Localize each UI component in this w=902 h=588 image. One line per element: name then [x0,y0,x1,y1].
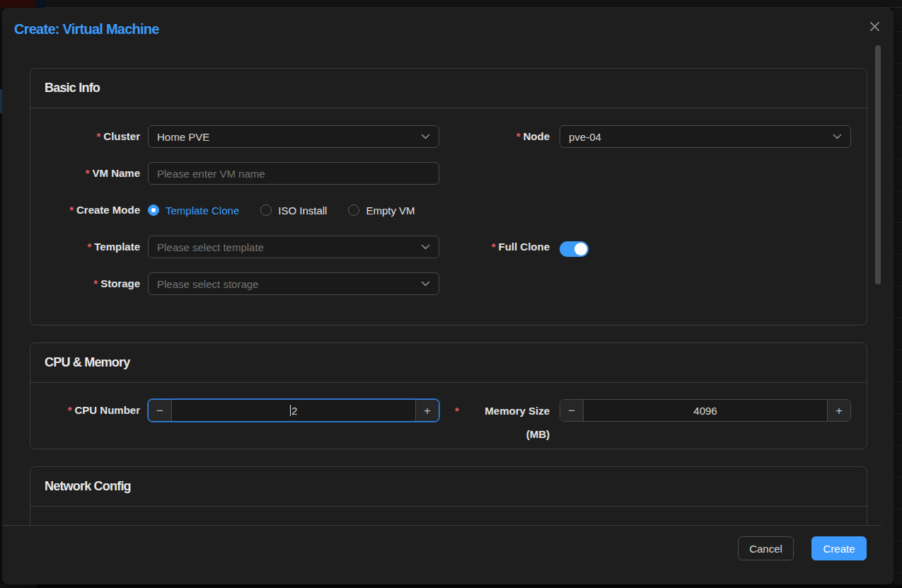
cpu-decrement-button[interactable]: − [149,400,172,421]
vm-name-label: *VM Name [47,162,148,185]
chevron-down-icon [421,281,430,287]
background-page-table-rows [894,8,902,584]
radio-empty-vm[interactable]: Empty VM [348,204,415,217]
row-create-mode: *Create Mode Template Clone ISO Install [47,199,867,221]
template-select[interactable]: Please select template [148,236,439,258]
required-asterisk: * [455,399,459,422]
required-asterisk: * [87,241,91,253]
full-clone-toggle[interactable] [560,241,589,257]
cpu-number-label: *CPU Number [47,399,148,422]
background-page-logo-block [0,0,35,8]
network-config-section: Network Config [30,466,867,525]
network-config-title: Network Config [30,467,867,507]
radio-empty-vm-label: Empty VM [366,204,415,217]
footer-divider [2,525,881,526]
chevron-down-icon [421,134,430,139]
full-clone-label: *Full Clone [439,236,560,258]
row-vm-name: *VM Name [47,162,867,185]
toggle-knob [574,243,587,255]
required-asterisk: * [96,130,100,142]
required-asterisk: * [93,277,98,289]
memory-size-label: * Memory Size (MB) [439,399,560,422]
memory-decrement-button[interactable]: − [560,400,584,421]
row-cluster-node: *Cluster Home PVE *Node pve-04 [47,125,867,148]
cpu-increment-button[interactable]: + [415,400,439,421]
basic-info-title: Basic Info [30,69,867,108]
radio-iso-install[interactable]: ISO Install [260,204,327,217]
chevron-down-icon [833,134,842,139]
row-cpu-memory: *CPU Number − 2 + * Memory Size (MB) [47,399,867,422]
radio-unselected-icon [260,204,272,216]
template-label: *Template [47,236,148,258]
basic-info-section: Basic Info *Cluster Home PVE *Node [30,68,867,325]
storage-label: *Storage [47,272,148,295]
network-config-body [30,507,867,524]
modal-scrollbar-thumb[interactable] [875,45,881,284]
radio-unselected-icon [348,204,359,216]
cpu-number-input[interactable]: 2 [172,400,415,421]
background-page-bottom-sidebar [0,584,37,588]
memory-increment-button[interactable]: + [827,400,850,421]
memory-size-stepper: − 4096 + [560,399,851,422]
vm-name-input[interactable] [148,162,439,185]
radio-selected-icon [148,204,159,216]
node-value: pve-04 [569,131,601,143]
required-asterisk: * [516,130,521,142]
radio-iso-install-label: ISO Install [278,204,327,217]
create-mode-label: *Create Mode [47,199,148,221]
node-select[interactable]: pve-04 [560,125,851,148]
background-page-bottom-strip [0,584,902,588]
cpu-memory-title: CPU & Memory [30,343,867,383]
storage-placeholder: Please select storage [157,278,258,290]
memory-size-input[interactable]: 4096 [584,400,827,421]
required-asterisk: * [68,404,72,416]
cpu-memory-body: *CPU Number − 2 + * Memory Size (MB) [30,383,867,422]
cancel-button[interactable]: Cancel [738,536,794,560]
radio-template-clone[interactable]: Template Clone [148,204,239,217]
create-button[interactable]: Create [811,536,867,560]
cpu-number-stepper: − 2 + [148,399,439,422]
create-mode-radio-group: Template Clone ISO Install Empty VM [148,199,415,221]
row-template-fullclone: *Template Please select template *Full C… [47,236,867,258]
cluster-select[interactable]: Home PVE [148,125,439,148]
radio-template-clone-label: Template Clone [166,204,239,217]
row-storage: *Storage Please select storage [47,272,867,295]
cluster-value: Home PVE [157,131,209,143]
node-label: *Node [439,125,560,148]
text-caret [290,405,291,416]
basic-info-body: *Cluster Home PVE *Node pve-04 [30,108,867,295]
cluster-label: *Cluster [47,125,148,148]
chevron-down-icon [421,244,430,250]
required-asterisk: * [86,167,90,179]
create-vm-modal: Create: Virtual Machine Basic Info *Clus… [2,8,894,584]
required-asterisk: * [69,204,74,216]
storage-select[interactable]: Please select storage [148,272,439,295]
required-asterisk: * [492,241,496,253]
background-page-sidebar-edge [35,0,46,8]
template-placeholder: Please select template [157,241,264,253]
modal-body: Basic Info *Cluster Home PVE *Node [2,8,894,525]
cpu-memory-section: CPU & Memory *CPU Number − 2 + * Memory … [30,342,867,449]
